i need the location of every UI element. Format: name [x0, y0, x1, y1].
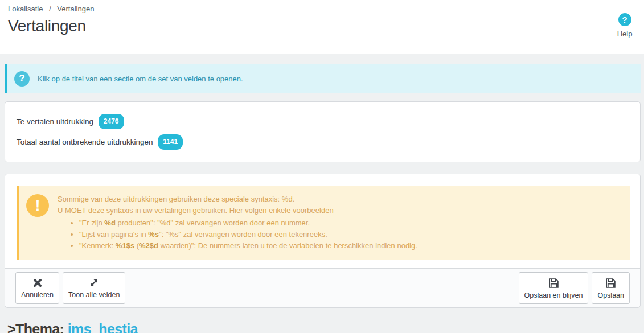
page-title: Vertalingen [8, 17, 635, 35]
stat-label: Totaal aantal ontbrekende uitdrukkingen [17, 138, 153, 146]
warning-line: Sommige van deze uitdrukkingen gebruiken… [58, 194, 621, 205]
exclamation-icon: ! [26, 194, 49, 217]
save-button-label: Opslaan [597, 291, 624, 299]
section-title-theme[interactable]: >Thema: jms_hestia [7, 321, 641, 333]
breadcrumb-item-lokalisatie[interactable]: Lokalisatie [8, 5, 43, 13]
stat-label: Te vertalen uitdrukking [17, 117, 93, 126]
theme-name-link[interactable]: jms_hestia [68, 321, 138, 333]
cancel-button-label: Annuleren [21, 291, 54, 299]
save-icon [605, 277, 617, 289]
help-button[interactable]: ? Help [612, 13, 637, 38]
save-and-stay-button[interactable]: Opslaan en blijven [519, 272, 589, 304]
translations-form-panel: ! Sommige van deze uitdrukkingen gebruik… [5, 174, 641, 308]
missing-count-badge: 1141 [158, 134, 183, 150]
breadcrumb: Lokalisatie / Vertalingen [8, 5, 635, 13]
breadcrumb-separator: / [49, 5, 51, 13]
section-title-prefix: >Thema: [7, 321, 68, 333]
warning-example: "Lijst van pagina's in %s": "%s" zal ver… [79, 229, 621, 240]
help-question-icon: ? [618, 13, 631, 26]
info-alert: ? Klik op de titel van een sectie om de … [5, 64, 641, 93]
warning-alert: ! Sommige van deze uitdrukkingen gebruik… [17, 186, 630, 260]
help-label: Help [612, 30, 637, 38]
expressions-count-badge: 2476 [99, 114, 124, 129]
show-all-fields-button[interactable]: Toon alle velden [63, 272, 125, 304]
warning-examples-list: "Er zijn %d producten": "%d" zal vervang… [58, 217, 621, 252]
page-header: Lokalisatie / Vertalingen Vertalingen ? … [0, 0, 644, 54]
breadcrumb-item-current: Vertalingen [57, 5, 94, 13]
save-button[interactable]: Opslaan [592, 272, 630, 304]
cancel-button[interactable]: Annuleren [15, 272, 59, 304]
stat-row-expressions: Te vertalen uitdrukking 2476 [17, 114, 629, 129]
warning-alert-wrapper: ! Sommige van deze uitdrukkingen gebruik… [5, 174, 640, 268]
panel-footer: Annuleren Toon alle velden Opslaan en bl… [5, 268, 640, 307]
expand-icon [88, 277, 100, 289]
question-icon: ? [14, 71, 30, 87]
warning-example: "Er zijn %d producten": "%d" zal vervang… [79, 217, 621, 229]
show-all-fields-label: Toon alle velden [68, 291, 120, 299]
save-and-stay-label: Opslaan en blijven [524, 291, 583, 299]
warning-line: U MOET deze syntaxis in uw vertalingen g… [58, 205, 621, 216]
stat-row-missing: Totaal aantal ontbrekende uitdrukkingen … [17, 134, 629, 150]
footer-right-buttons: Opslaan en blijven Opslaan [519, 272, 630, 304]
main-content: ? Klik op de titel van een sectie om de … [0, 54, 644, 333]
stats-panel: Te vertalen uitdrukking 2476 Totaal aant… [5, 101, 641, 162]
warning-alert-body: Sommige van deze uitdrukkingen gebruiken… [58, 194, 621, 252]
footer-left-buttons: Annuleren Toon alle velden [15, 272, 125, 304]
warning-example: "Kenmerk: %1$s (%2$d waarden)": De numme… [79, 240, 621, 252]
cancel-x-icon [32, 277, 43, 289]
save-icon [548, 277, 560, 289]
info-alert-text: Klik op de titel van een sectie om de se… [38, 75, 243, 83]
